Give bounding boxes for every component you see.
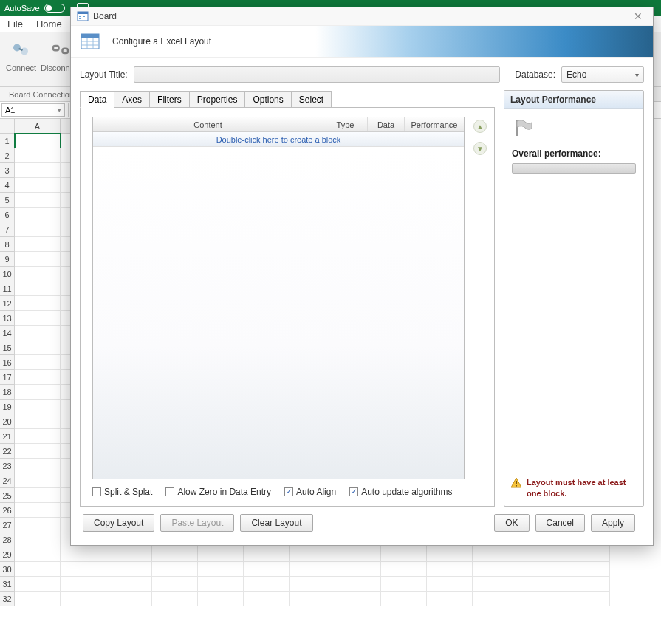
- row-header[interactable]: 9: [0, 252, 15, 267]
- cell[interactable]: [15, 370, 61, 385]
- cell[interactable]: [244, 547, 290, 562]
- tab-axes[interactable]: Axes: [114, 91, 150, 108]
- cell[interactable]: [15, 252, 61, 267]
- layout-title-input[interactable]: [134, 66, 501, 83]
- cell[interactable]: [473, 577, 518, 592]
- tab-select[interactable]: Select: [291, 91, 332, 108]
- cell[interactable]: [473, 547, 518, 562]
- tab-file[interactable]: File: [7, 18, 23, 30]
- cell[interactable]: [15, 267, 61, 281]
- cell[interactable]: [564, 592, 610, 606]
- row-header[interactable]: 21: [0, 429, 15, 444]
- cell[interactable]: [15, 208, 61, 222]
- move-up-button[interactable]: ▲: [473, 120, 487, 133]
- clear-layout-button[interactable]: Clear Layout: [240, 514, 312, 532]
- row-header[interactable]: 4: [0, 178, 15, 193]
- cell[interactable]: [427, 562, 473, 577]
- select-all-corner[interactable]: [0, 119, 15, 134]
- cell[interactable]: [15, 577, 61, 592]
- cell[interactable]: [427, 592, 473, 606]
- chevron-down-icon[interactable]: ▾: [58, 106, 61, 114]
- cell[interactable]: [335, 547, 381, 562]
- row-header[interactable]: 1: [0, 134, 15, 148]
- name-box[interactable]: A1 ▾: [1, 103, 65, 117]
- cell[interactable]: [15, 296, 61, 311]
- cell[interactable]: [152, 562, 198, 577]
- cell[interactable]: [290, 592, 335, 606]
- auto-update-checkbox[interactable]: Auto update algorithms: [349, 487, 452, 497]
- cell[interactable]: [244, 562, 290, 577]
- cell[interactable]: [15, 503, 61, 518]
- cell[interactable]: [244, 577, 290, 592]
- dialog-titlebar[interactable]: Board ✕: [71, 7, 653, 25]
- cell[interactable]: [152, 592, 198, 606]
- cell[interactable]: [15, 473, 61, 488]
- cell[interactable]: [290, 562, 335, 577]
- row-header[interactable]: 18: [0, 385, 15, 400]
- cell[interactable]: [106, 592, 152, 606]
- cell[interactable]: [15, 488, 61, 503]
- row-header[interactable]: 24: [0, 473, 15, 488]
- cell[interactable]: [518, 592, 564, 606]
- cell[interactable]: [427, 577, 473, 592]
- cell[interactable]: [564, 577, 610, 592]
- cell[interactable]: [381, 562, 427, 577]
- row-header[interactable]: 28: [0, 532, 15, 547]
- cell[interactable]: [15, 237, 61, 252]
- move-down-button[interactable]: ▼: [473, 142, 487, 155]
- cell[interactable]: [335, 592, 381, 606]
- col-performance[interactable]: Performance: [405, 117, 464, 131]
- cell[interactable]: [15, 134, 61, 148]
- row-header[interactable]: 30: [0, 562, 15, 577]
- cell[interactable]: [15, 459, 61, 473]
- row-header[interactable]: 27: [0, 518, 15, 532]
- row-header[interactable]: 17: [0, 370, 15, 385]
- row-header[interactable]: 20: [0, 414, 15, 429]
- tab-options[interactable]: Options: [244, 91, 291, 108]
- row-header[interactable]: 6: [0, 208, 15, 222]
- cell[interactable]: [15, 592, 61, 606]
- cell[interactable]: [15, 178, 61, 193]
- cell[interactable]: [61, 562, 106, 577]
- cell[interactable]: [15, 340, 61, 355]
- cell[interactable]: [15, 311, 61, 326]
- autosave-toggle[interactable]: [44, 4, 65, 13]
- col-type[interactable]: Type: [323, 117, 368, 131]
- cell[interactable]: [427, 547, 473, 562]
- row-header[interactable]: 23: [0, 459, 15, 473]
- col-data[interactable]: Data: [368, 117, 405, 131]
- cell[interactable]: [106, 577, 152, 592]
- row-header[interactable]: 13: [0, 311, 15, 326]
- row-header[interactable]: 25: [0, 488, 15, 503]
- cell[interactable]: [15, 400, 61, 414]
- split-splat-checkbox[interactable]: Split & Splat: [92, 487, 152, 497]
- cell[interactable]: [15, 547, 61, 562]
- row-header[interactable]: 32: [0, 592, 15, 606]
- row-header[interactable]: 2: [0, 148, 15, 163]
- create-block-row[interactable]: Double-click here to create a block: [93, 132, 464, 147]
- tab-properties[interactable]: Properties: [189, 91, 246, 108]
- cell[interactable]: [473, 562, 518, 577]
- cell[interactable]: [198, 577, 244, 592]
- row-header[interactable]: 26: [0, 503, 15, 518]
- cell[interactable]: [15, 281, 61, 296]
- cell[interactable]: [198, 547, 244, 562]
- cell[interactable]: [15, 148, 61, 163]
- col-content[interactable]: Content: [93, 117, 323, 131]
- row-header[interactable]: 7: [0, 222, 15, 237]
- row-header[interactable]: 3: [0, 163, 15, 178]
- cell[interactable]: [335, 562, 381, 577]
- copy-layout-button[interactable]: Copy Layout: [83, 514, 154, 532]
- row-header[interactable]: 5: [0, 193, 15, 208]
- tab-data[interactable]: Data: [80, 91, 114, 108]
- cell[interactable]: [564, 562, 610, 577]
- cell[interactable]: [15, 385, 61, 400]
- cell[interactable]: [15, 193, 61, 208]
- cell[interactable]: [15, 414, 61, 429]
- cell[interactable]: [198, 592, 244, 606]
- row-header[interactable]: 10: [0, 267, 15, 281]
- row-header[interactable]: 14: [0, 326, 15, 340]
- auto-align-checkbox[interactable]: Auto Align: [284, 487, 336, 497]
- database-select[interactable]: Echo: [561, 66, 644, 83]
- cell[interactable]: [518, 547, 564, 562]
